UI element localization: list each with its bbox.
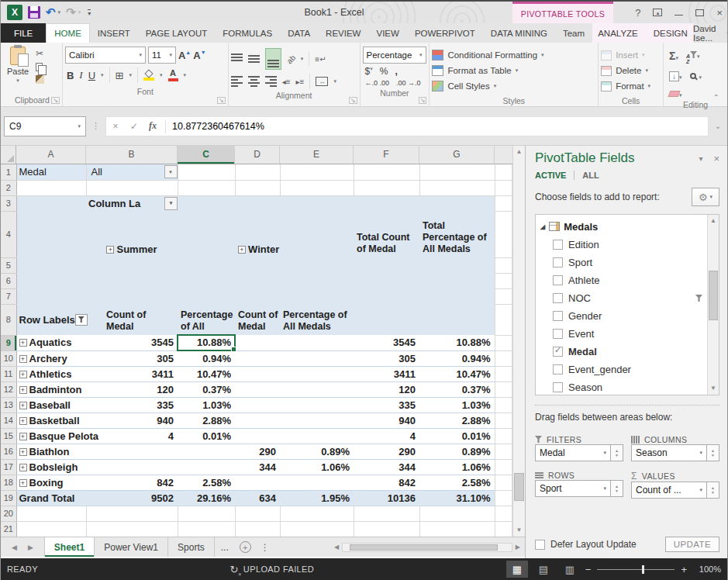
fill-color-button[interactable] bbox=[143, 71, 154, 81]
cell-e15[interactable] bbox=[280, 428, 354, 444]
cell-a10[interactable]: +Archery bbox=[16, 350, 86, 366]
align-left-button[interactable] bbox=[231, 76, 243, 87]
cell-d11[interactable] bbox=[235, 366, 280, 381]
cell-g9[interactable]: 10.88% bbox=[419, 335, 495, 350]
cell-filler-9[interactable] bbox=[495, 335, 512, 350]
zoom-level[interactable]: 100% bbox=[695, 564, 721, 574]
paste-dropdown-icon[interactable]: ▾ bbox=[16, 78, 19, 84]
cell-a2[interactable] bbox=[16, 180, 86, 195]
row-header-10[interactable]: 10 bbox=[1, 350, 16, 366]
defer-layout-checkbox[interactable] bbox=[535, 540, 545, 550]
cell-e20[interactable] bbox=[280, 506, 354, 521]
copy-button[interactable]: ▾ bbox=[36, 63, 47, 71]
cell-e12[interactable] bbox=[280, 381, 354, 397]
field-item-noc[interactable]: NOC bbox=[536, 289, 707, 307]
find-select-button[interactable]: ▾ bbox=[690, 68, 702, 82]
account-user-name[interactable]: David Ise... bbox=[693, 24, 722, 43]
column-header-g[interactable]: G bbox=[419, 146, 495, 164]
tab-all[interactable]: ALL bbox=[582, 171, 599, 180]
cell-g8[interactable] bbox=[419, 304, 495, 335]
enter-icon[interactable]: ✓ bbox=[125, 121, 143, 132]
tools-gear-button[interactable]: ⚙▾ bbox=[692, 188, 719, 206]
cell-d3[interactable] bbox=[235, 195, 280, 211]
undo-dropdown-icon[interactable]: ▾ bbox=[58, 9, 61, 16]
cell-f19[interactable]: 10136 bbox=[354, 490, 419, 506]
cell-c4[interactable] bbox=[178, 211, 235, 257]
cell-c15[interactable]: 0.01% bbox=[178, 428, 235, 444]
cell-b18[interactable]: 842 bbox=[86, 475, 178, 490]
name-box[interactable]: C9 ▾ bbox=[4, 116, 86, 136]
cell-a18[interactable]: +Boxing bbox=[16, 475, 86, 490]
cut-button[interactable]: ✂ bbox=[36, 48, 47, 59]
ribbon-tab-team[interactable]: Team bbox=[555, 23, 592, 43]
button-delete-cells[interactable]: Delete▾ bbox=[601, 63, 661, 78]
redo-icon[interactable]: ↷ bbox=[66, 6, 76, 19]
font-color-button[interactable]: A bbox=[168, 69, 178, 81]
cell-g13[interactable]: 1.03% bbox=[419, 397, 495, 413]
cell-f16[interactable]: 290 bbox=[354, 444, 419, 459]
cell-g14[interactable]: 2.88% bbox=[419, 413, 495, 428]
row-header-14[interactable]: 14 bbox=[1, 413, 16, 428]
cell-a21[interactable] bbox=[16, 521, 86, 537]
paste-button[interactable]: Paste ▾ bbox=[5, 45, 31, 94]
cell-e3[interactable] bbox=[280, 195, 354, 211]
cell-d17[interactable]: 344 bbox=[235, 459, 280, 475]
cell-c2[interactable] bbox=[178, 180, 235, 195]
number-dialog-launcher-icon[interactable]: ↘ bbox=[419, 97, 427, 104]
cell-f2[interactable] bbox=[354, 180, 419, 195]
sheet-nav-next-icon[interactable]: ▶ bbox=[28, 544, 33, 551]
ribbon-tab-insert[interactable]: INSERT bbox=[90, 23, 138, 43]
cell-f3[interactable] bbox=[354, 195, 419, 211]
field-item-event[interactable]: Event bbox=[536, 325, 707, 343]
field-item-sport[interactable]: Sport bbox=[536, 254, 707, 271]
scroll-down-icon[interactable]: ▼ bbox=[513, 524, 525, 537]
view-page-layout-button[interactable]: ▤ bbox=[533, 561, 554, 578]
cell-filler-11[interactable] bbox=[495, 366, 512, 381]
cell-d2[interactable] bbox=[235, 180, 280, 195]
expand-icon[interactable]: + bbox=[19, 402, 27, 409]
cell-a8[interactable]: Row Labels bbox=[16, 304, 86, 335]
cell-e18[interactable] bbox=[280, 475, 354, 490]
zoom-out-icon[interactable]: − bbox=[585, 564, 592, 575]
cell-b2[interactable] bbox=[86, 180, 178, 195]
scroll-up-icon[interactable]: ▲ bbox=[513, 146, 525, 158]
clear-button[interactable]: ▾ bbox=[669, 86, 682, 100]
cell-a14[interactable]: +Basketball bbox=[16, 413, 86, 428]
align-center-button[interactable] bbox=[248, 76, 260, 87]
cell-e1[interactable] bbox=[280, 164, 354, 180]
column-header-a[interactable]: A bbox=[16, 146, 86, 164]
alignment-dialog-launcher-icon[interactable]: ↘ bbox=[349, 97, 357, 104]
cell-e21[interactable] bbox=[280, 521, 354, 537]
cell-d12[interactable] bbox=[235, 381, 280, 397]
shrink-font-button[interactable]: A▼ bbox=[193, 50, 205, 61]
row-header-3[interactable]: 3 bbox=[1, 195, 16, 211]
button-format-cells[interactable]: Format▾ bbox=[601, 78, 661, 94]
cell-a3[interactable] bbox=[16, 195, 86, 211]
cell-g19[interactable]: 31.10% bbox=[419, 490, 495, 506]
cell-b13[interactable]: 335 bbox=[86, 397, 178, 413]
close-icon[interactable]: × bbox=[716, 8, 723, 18]
cell-b11[interactable]: 3411 bbox=[86, 366, 178, 381]
cell-d4[interactable]: +Winter bbox=[235, 211, 280, 257]
expand-icon[interactable]: + bbox=[19, 371, 27, 378]
column-header-b[interactable]: B bbox=[86, 146, 178, 164]
scroll-left-icon[interactable]: ◀ bbox=[331, 544, 342, 551]
row-header-6[interactable]: 6 bbox=[1, 273, 16, 288]
cell-b15[interactable]: 4 bbox=[86, 428, 178, 444]
expand-icon[interactable]: + bbox=[238, 246, 246, 254]
cell-g11[interactable]: 10.47% bbox=[419, 366, 495, 381]
fill-color-dropdown-icon[interactable]: ▾ bbox=[160, 72, 163, 78]
cell-filler-4[interactable] bbox=[495, 211, 512, 257]
middle-align-button[interactable] bbox=[248, 54, 260, 64]
upload-status[interactable]: ↻× UPLOAD FAILED bbox=[230, 564, 315, 575]
cell-g16[interactable]: 0.89% bbox=[419, 444, 495, 459]
row-header-18[interactable]: 18 bbox=[1, 475, 16, 490]
cell-f6[interactable] bbox=[354, 273, 419, 288]
cell-e4[interactable] bbox=[280, 211, 354, 257]
cell-d5[interactable] bbox=[235, 257, 280, 273]
ribbon-tab-data-mining[interactable]: DATA MINING bbox=[483, 23, 555, 43]
cell-b7[interactable] bbox=[86, 288, 178, 304]
cell-filler-10[interactable] bbox=[495, 350, 512, 366]
cell-f9[interactable]: 3545 bbox=[354, 335, 419, 350]
expand-icon[interactable]: + bbox=[19, 448, 27, 456]
